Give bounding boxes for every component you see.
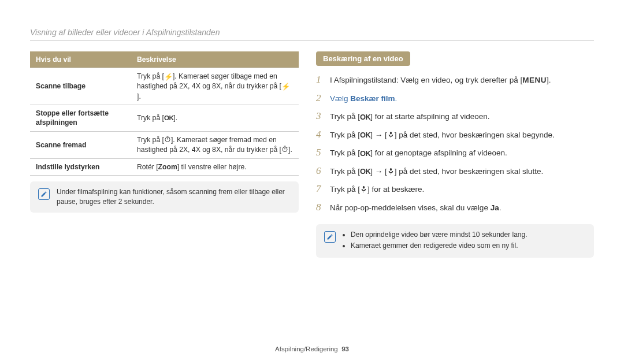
timer-icon: [281, 145, 288, 154]
list-item: 2Vælg Beskær film.: [316, 89, 594, 107]
note-box: Under filmafspilning kan funktioner, sås…: [30, 181, 299, 213]
cell-action: Stoppe eller fortsætte afspilningen: [30, 105, 131, 131]
list-item: 6Tryk på [OK] → [] på det sted, hvor bes…: [316, 162, 594, 180]
note-list: Den oprindelige video bør være mindst 10…: [343, 230, 528, 252]
note-text: Under filmafspilning kan funktioner, sås…: [57, 187, 291, 207]
list-item: 3Tryk på [OK] for at starte afspilning a…: [316, 107, 594, 125]
cell-desc: Tryk på [OK].: [131, 105, 299, 131]
controls-table: Hvis du vil Beskrivelse Scanne tilbage T…: [30, 51, 299, 176]
table-row: Scanne fremad Tryk på []. Kameraet søger…: [30, 131, 299, 158]
note-icon: [38, 188, 50, 200]
th-description: Beskrivelse: [131, 51, 299, 68]
table-row: Indstille lydstyrken Rotér [Zoom] til ve…: [30, 158, 299, 175]
steps-list: 1I Afspilningstilstand: Vælg en video, o…: [316, 70, 594, 216]
table-row: Stoppe eller fortsætte afspilningen Tryk…: [30, 105, 299, 131]
flash-icon: ⚡: [164, 72, 173, 81]
macro-icon: [387, 166, 395, 177]
note-icon: [324, 231, 336, 243]
menu-icon: MENU: [522, 75, 547, 86]
page-title: Visning af billeder eller videoer i Afsp…: [30, 28, 594, 37]
cell-action: Scanne fremad: [30, 131, 131, 158]
ok-icon: OK: [360, 166, 370, 177]
cell-desc: Rotér [Zoom] til venstre eller højre.: [131, 158, 299, 175]
flash-icon: ⚡: [281, 82, 290, 91]
ok-icon: OK: [360, 112, 370, 122]
macro-icon: [360, 184, 367, 195]
note-item: Den oprindelige video bør være mindst 10…: [351, 230, 528, 240]
page-footer: Afspilning/Redigering 93: [0, 346, 624, 352]
note-item: Kameraet gemmer den redigerede video som…: [351, 241, 528, 251]
ok-icon: OK: [360, 129, 370, 140]
list-item: 8Når pop-op-meddelelsen vises, skal du v…: [316, 198, 594, 217]
macro-icon: [387, 129, 395, 141]
cell-desc: Tryk på [⚡]. Kameraet søger tilbage med …: [131, 68, 299, 105]
list-item: 1I Afspilningstilstand: Vælg en video, o…: [316, 70, 594, 89]
cell-action: Indstille lydstyrken: [30, 158, 131, 175]
ok-icon: OK: [360, 148, 370, 159]
list-item: 5Tryk på [OK] for at genoptage afspilnin…: [316, 143, 594, 162]
list-item: 7Tryk på [] for at beskære.: [316, 180, 594, 198]
ok-icon: OK: [164, 114, 173, 123]
table-row: Scanne tilbage Tryk på [⚡]. Kameraet søg…: [30, 68, 299, 105]
timer-icon: [164, 135, 171, 144]
cell-desc: Tryk på []. Kameraet søger fremad med en…: [131, 131, 299, 158]
divider: [30, 40, 594, 41]
note-box: Den oprindelige video bør være mindst 10…: [316, 224, 594, 258]
section-heading: Beskæring af en video: [316, 51, 410, 66]
th-action: Hvis du vil: [30, 51, 131, 68]
list-item: 4Tryk på [OK] → [] på det sted, hvor bes…: [316, 125, 594, 144]
cell-action: Scanne tilbage: [30, 68, 131, 105]
